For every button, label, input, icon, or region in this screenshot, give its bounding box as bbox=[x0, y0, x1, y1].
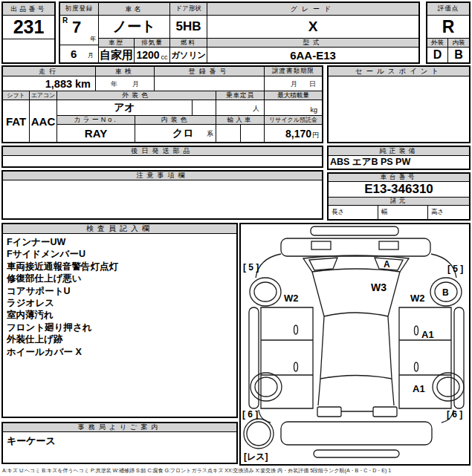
annotation-wheel-b: B bbox=[442, 287, 449, 298]
inspector-note: フロント廻り押され bbox=[7, 322, 233, 333]
office-box: 事務局よりご案内 キーケース bbox=[1, 422, 238, 464]
history-value: 自家用 bbox=[99, 48, 135, 62]
shift-value: FAT bbox=[3, 100, 30, 142]
inspector-note: FインナーUW bbox=[7, 236, 233, 248]
office-label: 事務局よりご案内 bbox=[3, 423, 236, 432]
front-bumper bbox=[311, 226, 398, 235]
chassis-number: E13-346310 bbox=[329, 182, 469, 198]
car-name-label: 車名 bbox=[99, 3, 170, 16]
roof-side-right bbox=[388, 272, 400, 316]
caution-label: 注意事項欄 bbox=[3, 172, 322, 180]
office-note: キーケース bbox=[3, 432, 236, 463]
lot-box: 出品番号 231 bbox=[1, 1, 56, 64]
sales-point-content bbox=[329, 76, 469, 142]
recycle-unit: 円 bbox=[312, 131, 319, 140]
headlight-left bbox=[311, 241, 331, 250]
payload-unit: kg bbox=[310, 106, 317, 114]
mileage-value: 1,883 km bbox=[3, 76, 96, 91]
inspector-note: 室内薄汚れ bbox=[7, 309, 233, 321]
displacement-value: 1200 cc bbox=[135, 48, 170, 62]
inspector-note: FサイドメンバーU bbox=[7, 248, 233, 260]
spec-label: 諸元 bbox=[329, 198, 469, 206]
transfer-day-suffix: 日 bbox=[309, 79, 316, 89]
displacement-number: 1200 bbox=[136, 49, 159, 61]
import-label: 輸入車 bbox=[216, 116, 265, 125]
first-registration-year: R 7 年 bbox=[60, 16, 98, 45]
equipment-label: 純正装備 bbox=[329, 147, 469, 156]
rear-lower-strip bbox=[314, 450, 399, 457]
inspection-month-suffix: 月 bbox=[132, 79, 139, 89]
inspection-label: 車検 bbox=[96, 67, 155, 76]
fuel-label: 燃料 bbox=[170, 39, 207, 48]
sales-point-label: セールスポイント bbox=[329, 67, 469, 76]
payload-label: 最大積載量 bbox=[265, 91, 322, 100]
int-color-cell: クロ 系 bbox=[135, 125, 216, 142]
int-color-label: 内装色 bbox=[135, 116, 216, 125]
wheel-front-left-inner bbox=[254, 282, 277, 301]
car-damage-diagram: [ 5 ] [ 5 ] A W3 W2 W2 B A1 A1 [ 6 ] [ 6… bbox=[241, 224, 469, 464]
annotation-door-a1: A1 bbox=[421, 329, 434, 340]
rear-corner-left bbox=[259, 410, 271, 423]
capacity-unit: 人 bbox=[253, 104, 259, 114]
score-box: 評価点 R 外装 内装 D B bbox=[426, 1, 471, 64]
first-registration-month: 6 月 bbox=[60, 45, 98, 62]
hatch-side-left bbox=[318, 379, 320, 405]
recycle-fee: 8,170 bbox=[285, 128, 311, 140]
model-label: 型式 bbox=[207, 39, 418, 48]
color-no-value: RAY bbox=[57, 125, 135, 142]
equipment-box: 純正装備 ABS エアB PS PW bbox=[327, 146, 471, 170]
capacity-label: 乗車定員 bbox=[216, 91, 265, 100]
annotation-rear-left: [ 6 ] bbox=[242, 409, 258, 420]
annotation-rear-right: [ 6 ] bbox=[447, 409, 462, 420]
width-cell: 幅 bbox=[378, 206, 428, 219]
inspector-note: ホイールカバー X bbox=[7, 346, 233, 358]
aircon-value: AAC bbox=[30, 100, 57, 142]
color-no-label: カラーNo. bbox=[57, 116, 135, 125]
lot-empty-cell bbox=[3, 39, 54, 62]
headlight-right bbox=[379, 241, 398, 250]
hood bbox=[281, 238, 430, 256]
annotation-front-right: [ 5 ] bbox=[447, 264, 463, 274]
spare-tire bbox=[244, 419, 274, 449]
equipment-value: ABS エアB PS PW bbox=[329, 156, 469, 169]
cabin-side-left bbox=[320, 316, 324, 379]
model-value: 6AA-E13 bbox=[207, 48, 418, 62]
annotation-left-w2: W2 bbox=[284, 293, 299, 304]
transfer-month-suffix: 月 bbox=[291, 79, 297, 89]
sales-point-box: セールスポイント bbox=[327, 65, 471, 143]
caution-content bbox=[3, 180, 322, 218]
grade-label: グレード bbox=[207, 3, 418, 16]
first-registration-label: 初度登録 bbox=[60, 3, 98, 16]
door-panel-left bbox=[261, 307, 313, 408]
wheel-rear-right-inner bbox=[437, 377, 459, 397]
ext-color-value: アオ bbox=[57, 100, 193, 116]
door-handle-right-rear bbox=[415, 362, 418, 371]
inspector-note: コアサポートU bbox=[7, 285, 233, 297]
chassis-label: 車台番号 bbox=[329, 174, 469, 182]
door-handle-right-front bbox=[415, 326, 418, 335]
spare-tire-inner bbox=[247, 422, 271, 446]
annotation-windshield-a: A bbox=[384, 259, 390, 270]
lot-number: 231 bbox=[3, 16, 54, 39]
fuel-value: ガソリン bbox=[170, 48, 207, 62]
door-panel-right bbox=[399, 307, 451, 408]
rear-bumper bbox=[281, 422, 432, 445]
score-value: R bbox=[427, 16, 469, 39]
registration-label: 登録番号 bbox=[155, 67, 265, 76]
aircon-label: エアコン bbox=[30, 91, 57, 100]
ext-color-sub-cell bbox=[193, 100, 216, 116]
cabin-side-right bbox=[388, 316, 392, 379]
month-suffix: 月 bbox=[88, 51, 94, 59]
year-value: 7 bbox=[72, 18, 81, 37]
exterior-label: 外装 bbox=[427, 39, 448, 48]
era-value: R bbox=[62, 16, 68, 25]
car-name-value: ノート bbox=[99, 16, 170, 39]
door-handle-left-front bbox=[294, 325, 298, 334]
annotation-rear-a1: A1 bbox=[413, 383, 425, 394]
payload-cell: kg bbox=[265, 100, 322, 116]
parts-content bbox=[3, 156, 322, 166]
year-suffix: 年 bbox=[90, 35, 96, 43]
lot-label: 出品番号 bbox=[3, 3, 54, 16]
diagram-box: [ 5 ] [ 5 ] A W3 W2 W2 B A1 A1 [ 6 ] [ 6… bbox=[239, 223, 471, 466]
roof-side-left bbox=[312, 272, 324, 316]
